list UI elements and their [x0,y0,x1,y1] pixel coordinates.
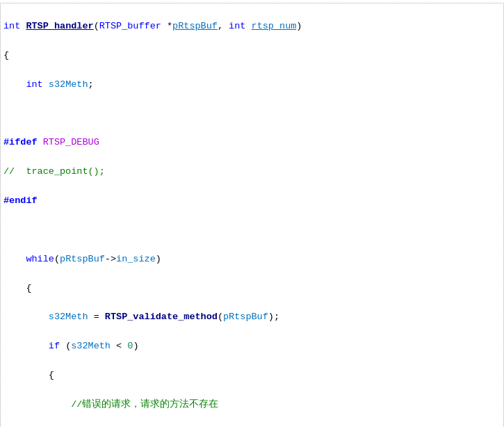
line-6: #endif [3,194,501,209]
function-name: RTSP_handler [26,21,93,31]
keyword-int2: int [229,21,245,31]
keyword-int: int [3,21,20,31]
line-blank1 [3,106,501,121]
line-2: { [3,49,501,63]
line-12: //错误的请求，请求的方法不存在 [3,398,501,412]
line-9: s32Meth = RTSP_validate_method(pRtspBuf)… [3,310,501,325]
code-content: int RTSP_handler(RTSP_buffer *pRtspBuf, … [1,3,503,427]
line-5: // trace_point(); [3,165,501,179]
line-4: #ifdef RTSP_DEBUG [3,136,501,150]
type-rtsp: RTSP_buffer [99,21,161,31]
line-blank2 [3,223,501,238]
line-3: int s32Meth; [3,78,501,92]
line-1: int RTSP_handler(RTSP_buffer *pRtspBuf, … [3,19,501,34]
punct-paren: ( [94,21,99,31]
param-rtspnum: rtsp_num [252,21,297,31]
param-prtspbuf: pRtspBuf [172,21,218,31]
line-7: while(pRtspBuf->in_size) [3,252,501,267]
line-11: { [3,369,501,383]
line-10: if (s32Meth < 0) [3,339,501,354]
code-container: int RTSP_handler(RTSP_buffer *pRtspBuf, … [0,3,504,427]
line-8: { [3,282,501,296]
